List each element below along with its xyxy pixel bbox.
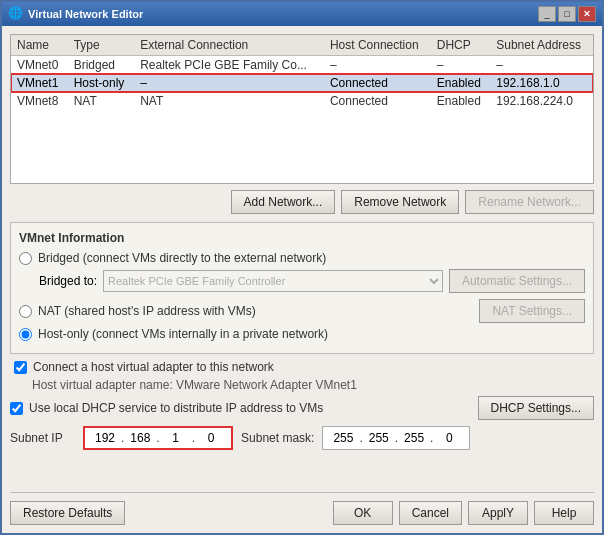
vmnet-info-section: VMnet Information Bridged (connect VMs d…: [10, 222, 594, 354]
table-row[interactable]: VMnet8NATNATConnectedEnabled192.168.224.…: [11, 92, 593, 110]
dhcp-settings-button[interactable]: DHCP Settings...: [478, 396, 594, 420]
table-row[interactable]: VMnet0BridgedRealtek PCIe GBE Family Co.…: [11, 56, 593, 75]
nat-radio[interactable]: [19, 305, 32, 318]
subnet-ip-octet3[interactable]: [162, 431, 190, 445]
close-button[interactable]: ✕: [578, 6, 596, 22]
col-subnet: Subnet Address: [490, 35, 593, 56]
window-icon: 🌐: [8, 6, 24, 22]
subnet-mask-label: Subnet mask:: [241, 431, 314, 445]
apply-button[interactable]: ApplY: [468, 501, 528, 525]
hostonly-radio[interactable]: [19, 328, 32, 341]
use-dhcp-label: Use local DHCP service to distribute IP …: [29, 401, 472, 415]
help-button[interactable]: Help: [534, 501, 594, 525]
vmnet-info-title: VMnet Information: [19, 231, 585, 245]
dot3: .: [192, 431, 195, 445]
subnet-ip-octet2[interactable]: [126, 431, 154, 445]
mask-octet3[interactable]: [400, 431, 428, 445]
subnet-row: Subnet IP . . . Subnet mask: . . .: [10, 426, 594, 450]
cancel-button[interactable]: Cancel: [399, 501, 462, 525]
main-window: 🌐 Virtual Network Editor _ □ ✕ Name Type…: [0, 0, 604, 535]
ok-button[interactable]: OK: [333, 501, 393, 525]
bottom-left: Restore Defaults: [10, 501, 125, 525]
nat-settings-button[interactable]: NAT Settings...: [479, 299, 585, 323]
mask-octet1[interactable]: [329, 431, 357, 445]
table-row[interactable]: VMnet1Host-only–ConnectedEnabled192.168.…: [11, 74, 593, 92]
rename-network-button[interactable]: Rename Network...: [465, 190, 594, 214]
mask-octet2[interactable]: [365, 431, 393, 445]
minimize-button[interactable]: _: [538, 6, 556, 22]
mask-octet4[interactable]: [435, 431, 463, 445]
subnet-ip-label: Subnet IP: [10, 431, 75, 445]
dhcp-row: Use local DHCP service to distribute IP …: [10, 396, 594, 420]
nat-label: NAT (shared host's IP address with VMs): [38, 304, 256, 318]
col-dhcp: DHCP: [431, 35, 490, 56]
network-buttons-row: Add Network... Remove Network Rename Net…: [10, 190, 594, 214]
network-table: Name Type External Connection Host Conne…: [11, 35, 593, 110]
subnet-ip-box[interactable]: . . .: [83, 426, 233, 450]
subnet-ip-octet4[interactable]: [197, 431, 225, 445]
dot1: .: [121, 431, 124, 445]
bridged-radio-row: Bridged (connect VMs directly to the ext…: [19, 251, 585, 265]
bottom-right: OK Cancel ApplY Help: [333, 501, 594, 525]
subnet-ip-octet1[interactable]: [91, 431, 119, 445]
automatic-settings-button[interactable]: Automatic Settings...: [449, 269, 585, 293]
bridged-to-dropdown[interactable]: Realtek PCIe GBE Family Controller: [103, 270, 443, 292]
bridged-radio[interactable]: [19, 252, 32, 265]
hostonly-label: Host-only (connect VMs internally in a p…: [38, 327, 328, 341]
adapter-name-text: Host virtual adapter name: VMware Networ…: [32, 378, 594, 392]
col-name: Name: [11, 35, 68, 56]
bridged-label: Bridged (connect VMs directly to the ext…: [38, 251, 326, 265]
use-dhcp-checkbox[interactable]: [10, 402, 23, 415]
bridged-to-row: Bridged to: Realtek PCIe GBE Family Cont…: [39, 269, 585, 293]
dot2: .: [156, 431, 159, 445]
col-type: Type: [68, 35, 135, 56]
restore-defaults-button[interactable]: Restore Defaults: [10, 501, 125, 525]
hostonly-radio-row: Host-only (connect VMs internally in a p…: [19, 327, 585, 341]
title-bar-left: 🌐 Virtual Network Editor: [8, 6, 143, 22]
network-table-container[interactable]: Name Type External Connection Host Conne…: [10, 34, 594, 184]
remove-network-button[interactable]: Remove Network: [341, 190, 459, 214]
bottom-row: Restore Defaults OK Cancel ApplY Help: [10, 492, 594, 525]
subnet-mask-box[interactable]: . . .: [322, 426, 470, 450]
connect-adapter-checkbox[interactable]: [14, 361, 27, 374]
title-bar: 🌐 Virtual Network Editor _ □ ✕: [2, 2, 602, 26]
title-bar-controls: _ □ ✕: [538, 6, 596, 22]
connect-adapter-row: Connect a host virtual adapter to this n…: [14, 360, 594, 374]
maximize-button[interactable]: □: [558, 6, 576, 22]
bridged-to-label: Bridged to:: [39, 274, 97, 288]
connect-adapter-label: Connect a host virtual adapter to this n…: [33, 360, 274, 374]
col-external: External Connection: [134, 35, 324, 56]
col-hostconn: Host Connection: [324, 35, 431, 56]
window-title: Virtual Network Editor: [28, 8, 143, 20]
add-network-button[interactable]: Add Network...: [231, 190, 336, 214]
nat-radio-row: NAT (shared host's IP address with VMs) …: [19, 299, 585, 323]
content-area: Name Type External Connection Host Conne…: [2, 26, 602, 533]
